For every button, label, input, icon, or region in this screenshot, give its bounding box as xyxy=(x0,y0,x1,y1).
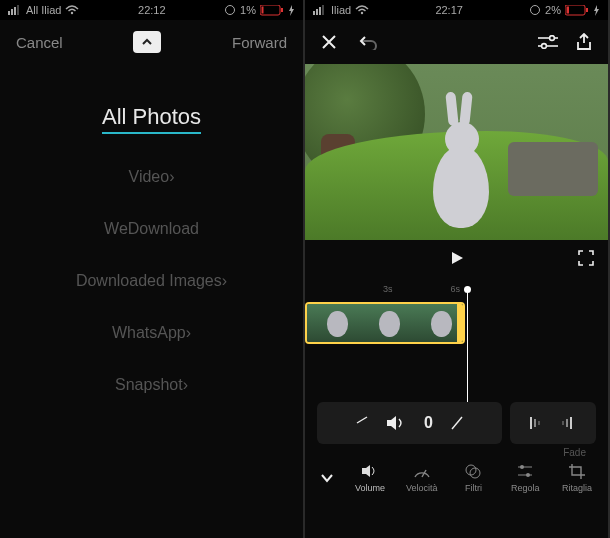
svg-point-5 xyxy=(226,6,235,15)
settings-sliders-icon[interactable] xyxy=(538,33,558,51)
svg-rect-22 xyxy=(530,417,532,429)
bottom-toolbar: Volume Velocità Filtri Regola Ritaglia xyxy=(305,450,608,506)
svg-point-4 xyxy=(71,12,73,14)
tick-label: 3s xyxy=(383,284,393,298)
charging-icon xyxy=(288,5,295,16)
chevron-up-icon xyxy=(141,38,153,46)
collapse-chip[interactable] xyxy=(133,31,161,53)
tick-label: 6s xyxy=(451,284,461,298)
tool-volume[interactable]: Volume xyxy=(345,463,395,493)
battery-icon xyxy=(260,5,284,16)
forward-button[interactable]: Forward xyxy=(232,34,287,51)
video-preview[interactable] xyxy=(305,64,608,240)
battery-percent: 1% xyxy=(240,4,256,16)
svg-point-14 xyxy=(531,6,540,15)
clock-label: 22:17 xyxy=(435,4,463,16)
charging-icon xyxy=(593,5,600,16)
carrier-label: Iliad xyxy=(331,4,351,16)
clip-thumb xyxy=(307,304,359,342)
clip-trim-handle[interactable] xyxy=(457,302,465,344)
svg-rect-27 xyxy=(570,417,572,429)
toolbar-collapse[interactable] xyxy=(311,473,343,483)
editor-top-bar xyxy=(305,20,608,64)
svg-rect-8 xyxy=(281,8,283,12)
volume-down-icon[interactable] xyxy=(356,416,368,430)
undo-icon[interactable] xyxy=(359,34,379,50)
svg-rect-10 xyxy=(316,9,318,15)
svg-rect-9 xyxy=(313,11,315,15)
filters-icon xyxy=(464,463,482,479)
adjust-sliders-icon xyxy=(516,463,534,479)
clock-label: 22:12 xyxy=(138,4,166,16)
export-icon[interactable] xyxy=(576,33,592,51)
speedometer-icon xyxy=(413,463,431,479)
playhead[interactable] xyxy=(467,276,468,356)
svg-rect-26 xyxy=(566,419,568,427)
preview-rock xyxy=(508,142,598,196)
tool-label: Volume xyxy=(355,483,385,493)
volume-block[interactable]: 0 xyxy=(317,402,502,444)
tool-speed[interactable]: Velocità xyxy=(397,463,447,493)
carrier-label: All Iliad xyxy=(26,4,61,16)
tool-adjust[interactable]: Regola xyxy=(500,463,550,493)
svg-rect-11 xyxy=(319,7,321,15)
signal-icon xyxy=(313,5,327,15)
phone-album-picker: All Iliad 22:12 1% Cancel Forward All Ph… xyxy=(0,0,303,538)
svg-point-21 xyxy=(542,44,547,49)
fade-label: Fade xyxy=(563,447,586,458)
tool-filters[interactable]: Filtri xyxy=(449,463,499,493)
timeline-ticks: 3s 6s xyxy=(305,284,608,298)
sync-icon xyxy=(529,4,541,16)
close-icon[interactable] xyxy=(321,34,337,50)
clip-thumb xyxy=(411,304,463,342)
svg-rect-17 xyxy=(586,8,588,12)
fade-in-icon[interactable] xyxy=(528,414,546,432)
play-icon[interactable] xyxy=(449,250,465,266)
clip-thumb xyxy=(359,304,411,342)
svg-rect-7 xyxy=(262,6,264,13)
playback-row xyxy=(305,240,608,276)
svg-rect-2 xyxy=(14,7,16,15)
timeline[interactable]: 3s 6s xyxy=(305,276,608,356)
svg-point-13 xyxy=(361,12,363,14)
volume-up-icon[interactable] xyxy=(451,416,463,430)
svg-point-34 xyxy=(526,473,530,477)
svg-rect-1 xyxy=(11,9,13,15)
album-item-video[interactable]: Video› xyxy=(129,168,175,186)
tool-label: Velocità xyxy=(406,483,438,493)
album-item-snapshot[interactable]: Snapshot› xyxy=(115,376,188,394)
wifi-icon xyxy=(355,5,369,15)
controls-row: 0 Fade xyxy=(305,396,608,450)
svg-rect-3 xyxy=(17,5,19,15)
svg-rect-0 xyxy=(8,11,10,15)
tool-crop[interactable]: Ritaglia xyxy=(552,463,602,493)
speaker-icon xyxy=(386,415,406,431)
fullscreen-icon[interactable] xyxy=(578,250,594,266)
svg-rect-25 xyxy=(562,421,564,425)
preview-character xyxy=(423,112,499,240)
signal-icon xyxy=(8,5,22,15)
status-bar: All Iliad 22:12 1% xyxy=(0,0,303,20)
chevron-down-icon xyxy=(320,473,334,483)
battery-icon xyxy=(565,5,589,16)
svg-point-19 xyxy=(550,36,555,41)
phone-video-editor: Iliad 22:17 2% xyxy=(305,0,608,538)
cancel-button[interactable]: Cancel xyxy=(16,34,63,51)
album-item-wedownload[interactable]: WeDownload xyxy=(104,220,199,238)
album-list: All Photos Video› WeDownload Downloaded … xyxy=(0,64,303,538)
fade-block[interactable] xyxy=(510,402,596,444)
svg-rect-23 xyxy=(534,419,536,427)
svg-rect-16 xyxy=(567,6,570,13)
fade-out-icon[interactable] xyxy=(560,414,578,432)
album-item-downloaded-images[interactable]: Downloaded Images› xyxy=(76,272,227,290)
video-clip[interactable] xyxy=(305,302,465,344)
battery-percent: 2% xyxy=(545,4,561,16)
tool-label: Ritaglia xyxy=(562,483,592,493)
wifi-icon xyxy=(65,5,79,15)
album-item-whatsapp[interactable]: WhatsApp› xyxy=(112,324,191,342)
volume-icon xyxy=(361,463,379,479)
volume-value: 0 xyxy=(424,414,433,432)
status-bar: Iliad 22:17 2% xyxy=(305,0,608,20)
svg-point-32 xyxy=(520,465,524,469)
album-item-all-photos[interactable]: All Photos xyxy=(102,104,201,134)
